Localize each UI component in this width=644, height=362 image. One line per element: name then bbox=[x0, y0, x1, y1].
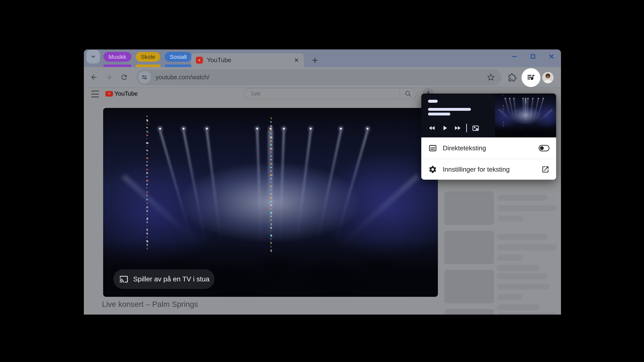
cast-status-text: Spiller av på en TV i stua bbox=[133, 275, 210, 283]
confetti-speck bbox=[146, 187, 148, 188]
gear-icon bbox=[428, 165, 437, 174]
playlist-music-icon bbox=[526, 72, 536, 83]
browser-window: MusikkSkoleSosialt YouTube bbox=[84, 49, 561, 315]
caption-settings-row[interactable]: Innstillinger for teksting bbox=[421, 159, 556, 180]
confetti-speck bbox=[502, 110, 504, 111]
confetti-speck bbox=[146, 210, 148, 212]
reload-icon[interactable] bbox=[120, 72, 129, 82]
minimize-button[interactable] bbox=[511, 53, 518, 60]
confetti-speck bbox=[146, 221, 148, 223]
cast-status-overlay: Spiller av på en TV i stua bbox=[113, 269, 214, 289]
tab-youtube[interactable]: YouTube bbox=[191, 53, 304, 67]
caption-settings-label: Innstillinger for teksting bbox=[443, 166, 541, 173]
confetti-speck bbox=[502, 108, 504, 109]
extensions-puzzle-icon[interactable] bbox=[507, 72, 518, 83]
confetti-speck bbox=[146, 138, 148, 139]
confetti-speck bbox=[146, 183, 148, 186]
skeleton-text-line bbox=[497, 284, 549, 290]
tab-group-chip-skole[interactable]: Skole bbox=[136, 52, 160, 62]
confetti-speck bbox=[146, 229, 148, 231]
confetti-speck bbox=[270, 140, 272, 142]
stage-light-beam bbox=[334, 174, 420, 251]
tab-search-button[interactable] bbox=[86, 50, 100, 63]
back-icon[interactable] bbox=[89, 72, 98, 82]
tab-group-label: Sosialt bbox=[170, 54, 187, 60]
youtube-favicon-icon bbox=[196, 57, 203, 64]
search-button[interactable] bbox=[400, 88, 416, 99]
confetti-speck bbox=[270, 121, 272, 123]
confetti-speck bbox=[270, 159, 272, 160]
maximize-button[interactable] bbox=[529, 53, 537, 60]
site-info-icon[interactable] bbox=[138, 71, 150, 83]
confetti-speck bbox=[503, 95, 503, 96]
live-caption-toggle[interactable] bbox=[539, 145, 550, 151]
bookmark-star-icon[interactable] bbox=[487, 73, 495, 81]
forward-icon[interactable] bbox=[104, 72, 114, 82]
confetti-speck bbox=[270, 117, 272, 119]
address-bar[interactable]: youtube.com/watch/ bbox=[136, 69, 502, 85]
suggestion-skeleton-item bbox=[444, 231, 561, 264]
stage-light bbox=[206, 128, 208, 130]
confetti-speck bbox=[146, 217, 148, 220]
menu-hamburger-icon[interactable] bbox=[91, 91, 99, 97]
skeleton-text-line bbox=[497, 312, 557, 315]
cast-icon bbox=[120, 275, 128, 284]
new-tab-button[interactable] bbox=[310, 55, 320, 66]
confetti-speck bbox=[146, 225, 147, 226]
confetti-speck bbox=[146, 214, 148, 215]
confetti-speck bbox=[146, 232, 148, 235]
play-icon[interactable] bbox=[438, 123, 451, 133]
youtube-logo[interactable]: YouTube bbox=[105, 90, 138, 97]
stage-light-beam bbox=[256, 131, 262, 244]
skeleton-thumbnail bbox=[444, 309, 494, 315]
confetti-speck bbox=[502, 105, 504, 106]
confetti-speck bbox=[146, 146, 148, 147]
suggestion-skeleton-item bbox=[444, 309, 561, 315]
tab-group-chip-musikk[interactable]: Musikk bbox=[104, 52, 131, 62]
profile-avatar[interactable] bbox=[542, 72, 554, 83]
confetti-speck bbox=[146, 202, 148, 204]
confetti-speck bbox=[146, 130, 149, 133]
confetti-speck bbox=[146, 127, 148, 129]
skeleton-text-line bbox=[497, 234, 548, 240]
stage-light-beam bbox=[296, 131, 312, 243]
skeleton-thumbnail bbox=[444, 231, 494, 264]
previous-track-icon[interactable] bbox=[426, 123, 438, 133]
media-session-card bbox=[421, 93, 556, 137]
skeleton-thumbnail bbox=[444, 270, 494, 303]
stage-light bbox=[509, 98, 510, 99]
live-caption-row[interactable]: Direkteteksting bbox=[421, 137, 556, 159]
skeleton-text-line bbox=[497, 244, 556, 250]
media-controls-button[interactable] bbox=[522, 68, 540, 87]
video-title: Live konsert – Palm Springs bbox=[102, 300, 198, 309]
skeleton-text-line bbox=[497, 195, 548, 201]
skeleton-thumbnail bbox=[444, 191, 494, 225]
stage-light bbox=[183, 128, 184, 130]
tab-close-icon[interactable] bbox=[293, 56, 300, 64]
tab-group-label: Skole bbox=[141, 54, 155, 60]
stage-light-beam bbox=[206, 131, 222, 243]
confetti-speck bbox=[270, 212, 271, 213]
stage-light-beam bbox=[529, 99, 533, 125]
media-controls-popup: Direkteteksting Innstillinger for teksti… bbox=[421, 93, 556, 180]
confetti-speck bbox=[146, 115, 148, 117]
media-skeleton-bar bbox=[428, 108, 471, 111]
tab-strip: MusikkSkoleSosialt YouTube bbox=[84, 49, 561, 67]
next-track-icon[interactable] bbox=[451, 123, 464, 133]
stage-light bbox=[256, 128, 258, 130]
video-player[interactable]: Spiller av på en TV i stua bbox=[103, 108, 438, 297]
confetti-speck bbox=[146, 123, 148, 125]
stage-light bbox=[340, 128, 342, 130]
search-input[interactable] bbox=[250, 90, 400, 97]
confetti-speck bbox=[270, 231, 271, 232]
album-art bbox=[495, 93, 556, 137]
skeleton-text-line bbox=[497, 205, 556, 211]
live-caption-label: Direkteteksting bbox=[443, 144, 539, 152]
stage-light-beam bbox=[523, 99, 524, 125]
tab-group-chip-sosialt[interactable]: Sosialt bbox=[165, 52, 192, 62]
confetti-speck bbox=[146, 150, 148, 150]
youtube-logo-icon bbox=[105, 91, 113, 96]
close-window-button[interactable] bbox=[548, 53, 555, 60]
confetti-speck bbox=[146, 165, 148, 166]
picture-in-picture-icon[interactable] bbox=[469, 123, 482, 133]
